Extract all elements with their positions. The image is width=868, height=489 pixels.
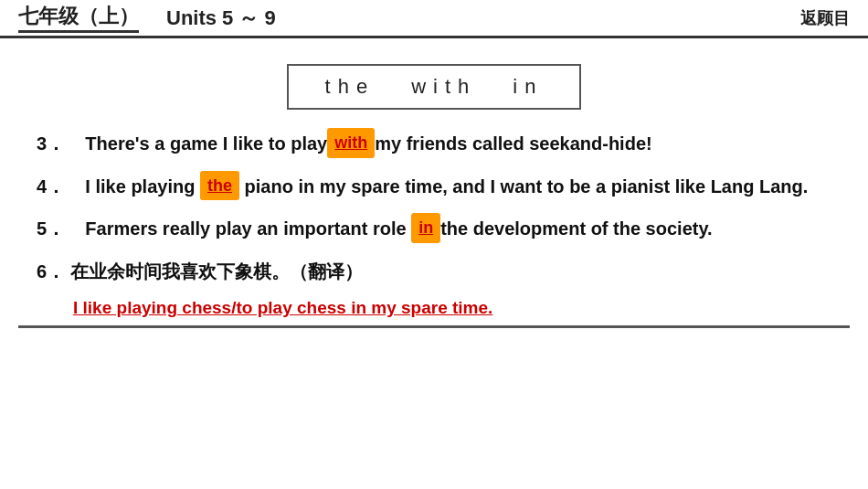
header-left: 七年级（上） Units 5 ～ 9 [18,3,276,33]
q3-suffix: my friends called seekand-hide! [375,133,651,154]
title-chinese: 七年级（上） [18,3,139,33]
q6-answer-line: I like playing chess/to play chess in my… [37,298,831,318]
word-bank-word-with[interactable]: with [411,75,476,99]
q5-number: 5． [37,218,65,239]
header: 七年级（上） Units 5 ～ 9 返顾目 [0,0,868,38]
word-bank-container: the with in [0,64,868,110]
q3-prefix: There's a game I like to play [85,133,327,154]
questions-content: 3． There's a game I like to playwithmy f… [0,128,868,318]
question-5: 5． Farmers really play an important role… [37,213,831,245]
q4-answer: the [200,171,239,201]
q5-prefix: Farmers really play an important role [85,218,411,239]
q5-suffix: the development of the society. [440,218,712,239]
bottom-divider [18,325,850,328]
word-bank-word-the[interactable]: the [325,75,376,99]
q6-number: 6． [37,261,65,282]
q6-translation: I like playing chess/to play chess in my… [73,298,492,317]
word-bank-word-in[interactable]: in [513,75,543,99]
q4-prefix: I like playing [85,176,200,197]
q5-answer: in [411,213,440,243]
question-4: 4． I like playing the piano in my spare … [37,171,831,203]
question-3: 3． There's a game I like to playwithmy f… [37,128,831,160]
q6-text: 6． 在业余时间我喜欢下象棋。（翻译） [37,256,831,287]
title-english: Units 5 ～ 9 [166,5,276,32]
q4-number: 4． [37,176,65,197]
back-button[interactable]: 返顾目 [800,7,850,29]
q3-answer: with [327,128,375,158]
word-bank-box: the with in [287,64,582,110]
q6-chinese: 在业余时间我喜欢下象棋。（翻译） [70,261,363,282]
question-6: 6． 在业余时间我喜欢下象棋。（翻译） I like playing chess… [37,256,831,318]
q4-middle: piano in my spare time, and I want to be… [239,176,808,197]
q3-number: 3． [37,133,65,154]
